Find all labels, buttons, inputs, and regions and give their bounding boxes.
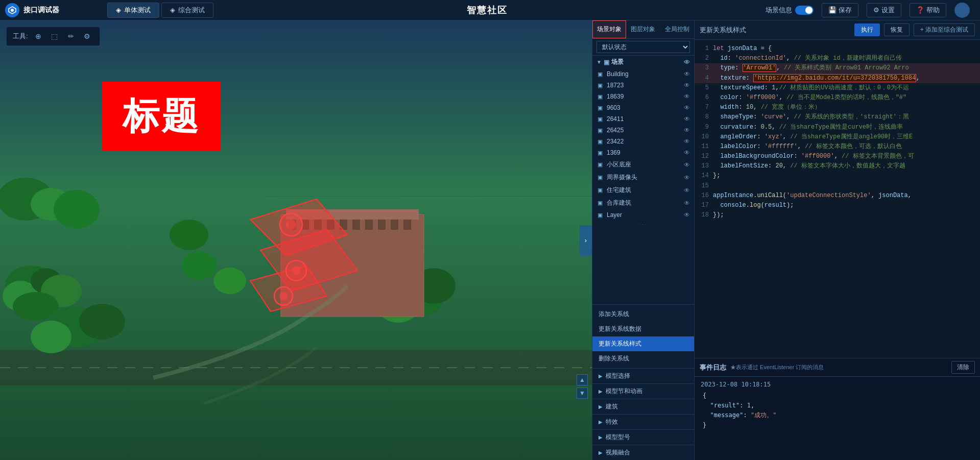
scene-panel: 场景对象 图层对象 全局控制 默认状态 ▼ ▣ 场景 👁 (592, 20, 694, 460)
item-community-icon: ▣ (596, 161, 604, 168)
item-26411-eye[interactable]: 👁 (684, 115, 690, 123)
item-1369-label: 1369 (607, 149, 681, 156)
item-26425-eye[interactable]: 👁 (684, 127, 690, 134)
header-bar: 接口调试器 ◈ 单体测试 ◈ 综合测试 智慧社区 场景信息 💾 保存 ⚙ 设置 … (0, 0, 980, 20)
nav-arrow-right[interactable]: › (580, 225, 592, 256)
item-camera-label: 周界摄像头 (607, 173, 681, 182)
event-log-clear-button[interactable]: 清除 (951, 361, 975, 374)
tool-settings-icon[interactable]: ⚙ (81, 30, 93, 42)
svg-point-43 (170, 220, 208, 250)
svg-point-10 (13, 292, 59, 321)
add-to-integrated-button[interactable]: + 添加至综合测试 (914, 23, 975, 36)
section-model-anim-header[interactable]: ▶ 模型节和动画 (592, 384, 694, 399)
code-line-10: 10 angleOrder: 'xyz', // 当shareType属性是an… (695, 132, 980, 142)
item-residential-label: 住宅建筑 (607, 186, 681, 195)
tree-item-warehouse[interactable]: ▣ 合库建筑 👁 (592, 197, 694, 209)
tab-scene-object[interactable]: 场景对象 (592, 20, 626, 38)
tab-unit-test[interactable]: ◈ 单体测试 (107, 3, 159, 18)
line-num-11: 11 (697, 142, 713, 152)
tree-item-26425[interactable]: ▣ 26425 👁 (592, 125, 694, 136)
tool-edit-icon[interactable]: ✏ (65, 30, 77, 42)
app-logo (5, 3, 19, 17)
scene-eye-icon[interactable]: 👁 (684, 59, 690, 66)
item-23422-eye[interactable]: 👁 (684, 138, 690, 145)
item-1369-eye[interactable]: 👁 (684, 149, 690, 156)
building-eye-icon[interactable]: 👁 (684, 70, 690, 78)
nav-up-btn[interactable]: ▲ (577, 374, 588, 385)
item-9603-icon: ▣ (596, 105, 604, 111)
scene-root-label: 场景 (611, 58, 624, 66)
section-building-header[interactable]: ▶ 建筑 (592, 399, 694, 414)
restore-button[interactable]: 恢复 (884, 23, 910, 36)
item-layer-eye[interactable]: 👁 (684, 211, 690, 219)
tree-item-9603[interactable]: ▣ 9603 👁 (592, 102, 694, 113)
help-label: 帮助 (926, 6, 940, 15)
tab-integrated-label: 综合测试 (178, 6, 205, 15)
execute-button[interactable]: 执行 (854, 23, 880, 36)
action-delete-label: 删除关系线 (599, 355, 629, 362)
action-add-label: 添加关系线 (599, 310, 629, 318)
tool-select-icon[interactable]: ⬚ (49, 30, 61, 42)
status-select[interactable]: 默认状态 (596, 41, 690, 53)
action-update-data[interactable]: 更新关系线数据 (592, 322, 694, 336)
tools-label: 工具: (13, 32, 28, 41)
item-warehouse-eye[interactable]: 👁 (684, 200, 690, 207)
section-model-select-header[interactable]: ▶ 模型选择 (592, 369, 694, 383)
line-num-4: 4 (697, 74, 713, 83)
line-num-7: 7 (697, 103, 713, 112)
tab-layer-object[interactable]: 图层对象 (626, 20, 660, 38)
item-residential-eye[interactable]: 👁 (684, 187, 690, 194)
settings-button[interactable]: ⚙ 设置 (867, 3, 901, 17)
action-update-style[interactable]: 更新关系线样式 (592, 336, 694, 351)
section-video-fusion-header[interactable]: ▶ 视频融合 (592, 445, 694, 460)
line-num-8: 8 (697, 112, 713, 122)
item-26411-label: 26411 (607, 115, 681, 123)
section-model-anim-label: 模型节和动画 (606, 387, 642, 396)
item-18723-eye[interactable]: 👁 (684, 82, 690, 89)
tab-scene-label: 场景对象 (597, 26, 622, 33)
section-model-type-header[interactable]: ▶ 模型型号 (592, 430, 694, 445)
log-val-result: 1 (747, 402, 751, 409)
event-log-content: 2023-12-08 10:18:15 { "result": 1, "mess… (695, 377, 980, 460)
log-entry-result: "result": 1, (701, 401, 974, 410)
section-effects-header[interactable]: ▶ 特效 (592, 415, 694, 429)
tree-item-building[interactable]: ▣ Building 👁 (592, 68, 694, 80)
app-title: 接口调试器 (23, 6, 59, 15)
line-content-8: shapeType: 'curve', // 关系线的形状类型，'straigh… (713, 112, 978, 122)
item-9603-eye[interactable]: 👁 (684, 104, 690, 111)
tree-item-community[interactable]: ▣ 小区底座 👁 (592, 158, 694, 171)
tree-item-residential[interactable]: ▣ 住宅建筑 👁 (592, 184, 694, 197)
tab-integrated-test[interactable]: ◈ 综合测试 (161, 3, 213, 18)
tree-item-camera[interactable]: ▣ 周界摄像头 👁 (592, 171, 694, 184)
item-18639-label: 18639 (607, 93, 681, 100)
item-warehouse-label: 合库建筑 (607, 199, 681, 207)
action-delete-connection[interactable]: 删除关系线 (592, 351, 694, 366)
nav-down-btn[interactable]: ▼ (577, 388, 588, 399)
code-area[interactable]: 1 let jsonData = { 2 id: 'connectionId',… (695, 40, 980, 358)
line-num-1: 1 (697, 44, 713, 54)
svg-rect-28 (365, 220, 373, 230)
action-add-connection[interactable]: 添加关系线 (592, 307, 694, 322)
tab-global-control[interactable]: 全局控制 (660, 20, 694, 38)
tree-item-1369[interactable]: ▣ 1369 👁 (592, 147, 694, 158)
scene-info-toggle[interactable]: 场景信息 (766, 6, 814, 15)
tree-item-layer[interactable]: ▣ Layer 👁 (592, 209, 694, 221)
main-title: 智慧社区 (219, 4, 755, 16)
log-key-result: "result" (710, 402, 739, 409)
item-18639-eye[interactable]: 👁 (684, 93, 690, 100)
tree-item-23422[interactable]: ▣ 23422 👁 (592, 136, 694, 147)
save-button[interactable]: 💾 保存 (822, 3, 858, 17)
viewport: 工具: ⊕ ⬚ ✏ ⚙ 标题 › ▲ ▼ (0, 20, 592, 460)
tool-target-icon[interactable]: ⊕ (32, 30, 44, 42)
tree-item-26411[interactable]: ▣ 26411 👁 (592, 113, 694, 125)
item-community-eye[interactable]: 👁 (684, 161, 690, 168)
help-button[interactable]: ❓ 帮助 (910, 3, 946, 17)
log-timestamp: 2023-12-08 10:18:15 (701, 381, 974, 388)
item-camera-eye[interactable]: 👁 (684, 174, 690, 181)
tree-folder-scene[interactable]: ▼ ▣ 场景 👁 (592, 56, 694, 68)
tree-item-18639[interactable]: ▣ 18639 👁 (592, 91, 694, 102)
item-9603-label: 9603 (607, 104, 681, 111)
toggle-switch[interactable] (795, 6, 814, 15)
tree-item-18723[interactable]: ▣ 18723 👁 (592, 80, 694, 91)
action-update-data-label: 更新关系线数据 (599, 325, 641, 332)
